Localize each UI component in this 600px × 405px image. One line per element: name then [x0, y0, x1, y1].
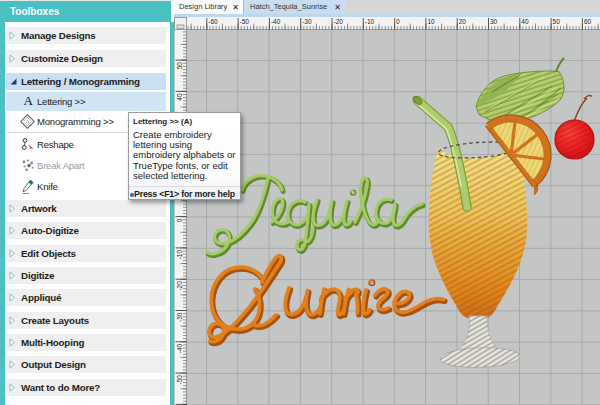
svg-text:50: 50: [176, 62, 183, 70]
svg-text:50: 50: [553, 18, 561, 25]
svg-text:10: 10: [427, 18, 435, 25]
svg-text:-50: -50: [176, 375, 183, 385]
svg-text:-30: -30: [176, 312, 183, 322]
svg-text:40: 40: [521, 18, 529, 25]
svg-text:0: 0: [176, 218, 183, 222]
svg-text:60: 60: [584, 18, 592, 25]
svg-text:-20: -20: [176, 281, 183, 291]
svg-text:-10: -10: [176, 250, 183, 260]
svg-text:0: 0: [396, 18, 400, 25]
svg-text:40: 40: [176, 93, 183, 101]
svg-text:-60: -60: [208, 18, 218, 25]
svg-text:20: 20: [459, 18, 467, 25]
svg-text:-40: -40: [176, 343, 183, 353]
svg-text:-10: -10: [365, 18, 375, 25]
svg-text:-40: -40: [271, 18, 281, 25]
svg-text:-20: -20: [334, 18, 344, 25]
svg-text:-30: -30: [302, 18, 312, 25]
svg-text:-50: -50: [240, 18, 250, 25]
svg-text:30: 30: [490, 18, 498, 25]
